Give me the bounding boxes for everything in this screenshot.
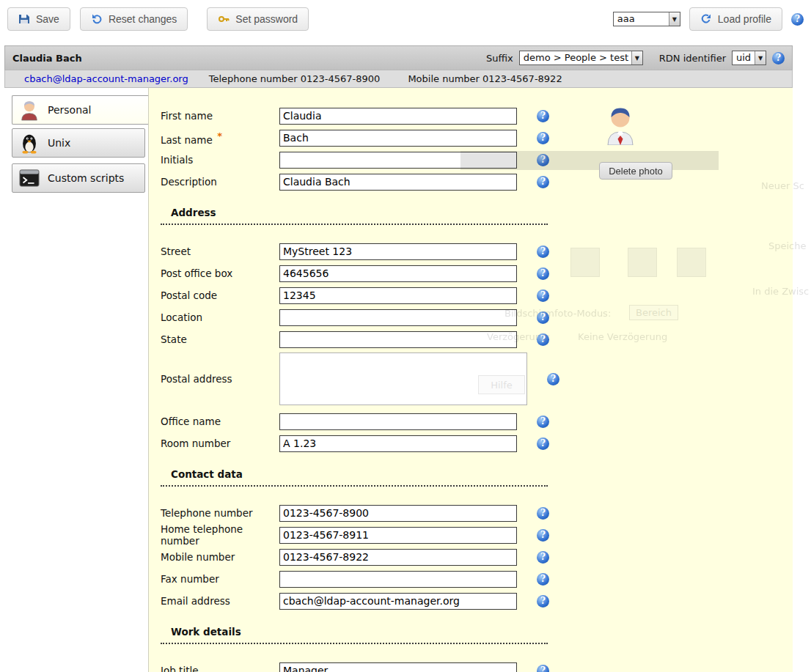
field-label: Last name * (161, 130, 279, 146)
field-label: Fax number (161, 573, 279, 585)
input-room-number[interactable] (279, 435, 517, 452)
toolbar: Save Reset changes Set password aaa ▼ Lo… (0, 0, 811, 38)
input-office-name[interactable] (279, 413, 517, 430)
toolbar-right: aaa ▼ Load profile ? (613, 7, 804, 31)
form-row: Email address? (161, 592, 793, 610)
required-marker: * (214, 130, 222, 141)
form-row: Postal address? (161, 352, 793, 405)
field-label: Mobile number (161, 551, 279, 563)
form-row: Job title? (161, 662, 793, 672)
account-titlebar: Claudia Bach Suffix demo > People > test… (4, 45, 793, 70)
help-icon[interactable]: ? (537, 529, 549, 542)
help-icon[interactable]: ? (537, 665, 549, 672)
delete-photo-button[interactable]: Delete photo (599, 162, 672, 180)
section-title-address: Address (161, 207, 548, 225)
suffix-label: Suffix (486, 53, 513, 64)
form-row: Telephone number? (161, 504, 793, 522)
form-row: Street? (161, 243, 793, 260)
help-icon[interactable]: ? (537, 311, 549, 324)
help-icon[interactable]: ? (537, 416, 549, 428)
set-password-label: Set password (235, 13, 298, 25)
sidebar-item-label: Personal (48, 104, 92, 116)
input-fax-number[interactable] (279, 571, 517, 588)
sidebar-item-personal[interactable]: Personal (12, 95, 149, 125)
summary-mobile: Mobile number 0123-4567-8922 (408, 73, 562, 84)
sidebar-item-unix[interactable]: Unix (12, 128, 145, 158)
input-email-address[interactable] (279, 593, 517, 610)
field-label: First name (161, 110, 279, 122)
account-panel: Claudia Bach Suffix demo > People > test… (4, 45, 793, 672)
rdn-label: RDN identifier (659, 53, 726, 64)
help-icon[interactable]: ? (537, 507, 549, 520)
field-label: Postal address (161, 373, 279, 385)
input-home-telephone-number[interactable] (279, 527, 517, 544)
input-initials[interactable] (279, 152, 517, 169)
help-icon[interactable]: ? (537, 110, 549, 122)
photo-zone: Delete photo (603, 104, 793, 180)
input-last-name[interactable] (279, 130, 517, 147)
person-icon (18, 99, 40, 121)
reset-changes-button[interactable]: Reset changes (80, 7, 188, 31)
input-job-title[interactable] (279, 662, 517, 672)
input-mobile-number[interactable] (279, 549, 517, 566)
input-postal-code[interactable] (279, 287, 517, 304)
form-fields: First name?Last name *?Initials?Descript… (161, 107, 793, 672)
help-icon[interactable]: ? (547, 373, 559, 385)
sidebar-item-label: Unix (48, 137, 70, 149)
chevron-down-icon: ▼ (669, 12, 680, 26)
chevron-down-icon: ▼ (631, 51, 642, 64)
help-icon[interactable]: ? (537, 595, 549, 608)
save-label: Save (36, 13, 59, 25)
form-row: Room number? (161, 435, 793, 452)
help-icon[interactable]: ? (537, 267, 549, 280)
input-state[interactable] (279, 331, 517, 348)
field-label: Post office box (161, 267, 279, 279)
titlebar-controls: Suffix demo > People > test > de ▼ RDN i… (486, 51, 785, 65)
field-label: Initials (161, 154, 279, 166)
help-icon[interactable]: ? (772, 52, 785, 64)
help-icon[interactable]: ? (537, 437, 549, 450)
help-icon[interactable]: ? (537, 132, 549, 144)
rdn-select[interactable]: uid ▼ (732, 51, 766, 65)
input-location[interactable] (279, 309, 517, 326)
form-row: Home telephone number? (161, 526, 793, 544)
help-icon[interactable]: ? (537, 551, 549, 564)
suffix-select[interactable]: demo > People > test > de ▼ (519, 51, 643, 65)
input-post-office-box[interactable] (279, 265, 517, 282)
field-label: Job title (161, 665, 279, 672)
form-row: Mobile number? (161, 548, 793, 566)
section-title-work-details: Work details (161, 626, 548, 644)
account-summary-bar: cbach@ldap-account-manager.org Telephone… (4, 70, 793, 88)
input-postal-address[interactable] (279, 352, 527, 405)
email-link[interactable]: cbach@ldap-account-manager.org (24, 73, 188, 84)
help-icon[interactable]: ? (537, 573, 549, 586)
profile-select[interactable]: aaa ▼ (613, 12, 680, 26)
profile-select-value: aaa (614, 12, 669, 26)
help-icon[interactable]: ? (537, 154, 549, 166)
input-first-name[interactable] (279, 108, 517, 125)
help-icon[interactable]: ? (537, 333, 549, 346)
input-street[interactable] (279, 243, 517, 260)
section-title-contact-data: Contact data (161, 468, 548, 487)
user-photo (603, 104, 793, 147)
form-row: Office name? (161, 413, 793, 430)
input-telephone-number[interactable] (279, 505, 517, 522)
help-icon[interactable]: ? (537, 289, 549, 302)
save-button[interactable]: Save (7, 7, 70, 31)
form-row: Location? (161, 309, 793, 326)
help-icon[interactable]: ? (537, 176, 549, 188)
set-password-button[interactable]: Set password (207, 7, 309, 31)
help-icon[interactable]: ? (537, 245, 549, 258)
page-title: Claudia Bach (12, 53, 82, 64)
sidebar-item-custom-scripts[interactable]: Custom scripts (12, 163, 145, 193)
field-label: Location (161, 311, 279, 323)
module-sidebar: Personal Unix (4, 88, 148, 672)
field-label: Description (161, 176, 279, 188)
field-label: Home telephone number (161, 523, 279, 547)
load-profile-button[interactable]: Load profile (689, 7, 782, 31)
help-icon[interactable]: ? (791, 13, 804, 26)
load-profile-label: Load profile (718, 13, 771, 25)
chevron-down-icon: ▼ (755, 51, 766, 64)
field-label: Postal code (161, 289, 279, 301)
input-description[interactable] (279, 174, 517, 191)
